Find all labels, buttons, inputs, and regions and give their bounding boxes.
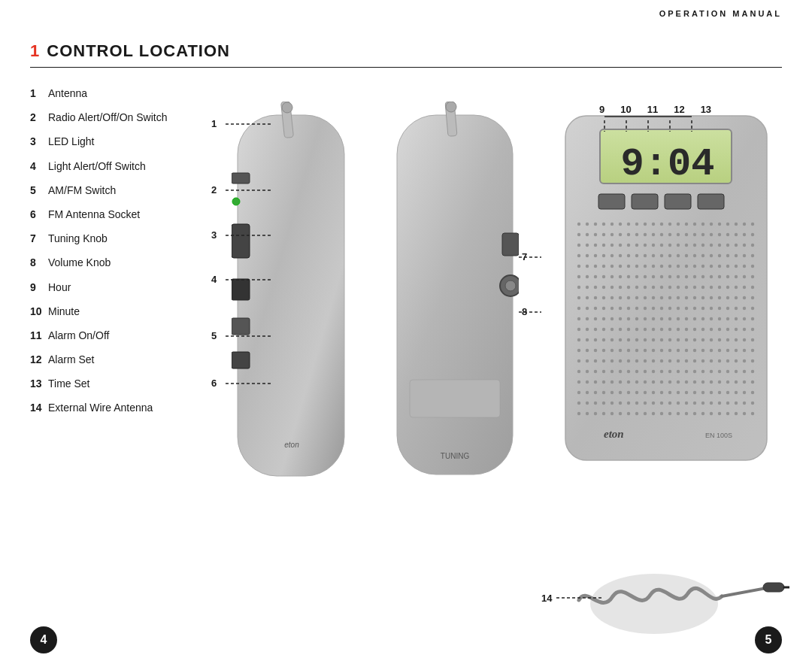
svg-point-410 — [668, 402, 671, 405]
svg-point-441 — [743, 412, 746, 415]
svg-point-288 — [751, 338, 754, 341]
svg-point-151 — [710, 275, 713, 278]
svg-point-231 — [644, 317, 647, 320]
svg-point-240 — [718, 317, 721, 320]
svg-point-173 — [710, 286, 713, 289]
svg-point-404 — [619, 402, 622, 405]
svg-point-211 — [660, 307, 663, 310]
svg-point-183 — [611, 296, 614, 299]
svg-point-398 — [751, 391, 754, 394]
svg-point-313 — [594, 359, 597, 362]
radio-left-image: eton — [232, 102, 350, 485]
svg-point-254 — [652, 328, 655, 331]
svg-rect-8 — [232, 352, 250, 368]
svg-point-322 — [668, 359, 671, 362]
svg-text:TUNING: TUNING — [441, 452, 470, 460]
svg-point-377 — [577, 391, 580, 394]
svg-point-222 — [751, 307, 754, 310]
svg-point-4 — [232, 198, 240, 205]
svg-point-49 — [594, 233, 597, 236]
svg-point-236 — [685, 317, 688, 320]
svg-point-91 — [577, 254, 580, 257]
svg-point-92 — [586, 254, 589, 257]
svg-point-351 — [726, 370, 729, 373]
radio-mid-image: TUNING — [391, 102, 519, 485]
svg-point-145 — [660, 275, 663, 278]
svg-point-45 — [743, 223, 746, 226]
svg-point-99 — [644, 254, 647, 257]
svg-point-74 — [619, 244, 622, 247]
svg-point-205 — [611, 307, 614, 310]
svg-point-307 — [726, 349, 729, 352]
svg-point-364 — [652, 381, 655, 384]
svg-point-440 — [735, 412, 738, 415]
svg-point-42 — [718, 223, 721, 226]
svg-point-61 — [693, 233, 696, 236]
svg-point-201 — [577, 307, 580, 310]
part-number-14: 14 — [30, 401, 48, 414]
svg-point-137 — [594, 275, 597, 278]
svg-point-252 — [635, 328, 638, 331]
svg-point-256 — [668, 328, 671, 331]
svg-point-181 — [594, 296, 597, 299]
svg-point-371 — [710, 381, 713, 384]
svg-point-251 — [627, 328, 630, 331]
svg-point-302 — [685, 349, 688, 352]
svg-point-274 — [635, 338, 638, 341]
marker-6: 6 — [211, 377, 217, 389]
svg-point-208 — [635, 307, 638, 310]
part-number-13: 13 — [30, 377, 48, 390]
svg-point-230 — [635, 317, 638, 320]
part-label-14: External Wire Antenna — [48, 401, 153, 414]
svg-point-135 — [577, 275, 580, 278]
parts-item-13: 13Time Set — [30, 377, 203, 390]
svg-point-203 — [594, 307, 597, 310]
svg-point-314 — [602, 359, 605, 362]
svg-point-253 — [644, 328, 647, 331]
svg-point-150 — [701, 275, 704, 278]
svg-point-215 — [693, 307, 696, 310]
svg-point-102 — [668, 254, 671, 257]
svg-point-291 — [594, 349, 597, 352]
svg-point-370 — [701, 381, 704, 384]
parts-item-14: 14External Wire Antenna — [30, 401, 203, 414]
svg-point-89 — [743, 244, 746, 247]
svg-point-100 — [652, 254, 655, 257]
svg-point-243 — [743, 317, 746, 320]
svg-point-262 — [718, 328, 721, 331]
svg-point-368 — [685, 381, 688, 384]
svg-point-387 — [660, 391, 663, 394]
svg-point-197 — [726, 296, 729, 299]
svg-point-29 — [611, 223, 614, 226]
parts-item-12: 12Alarm Set — [30, 353, 203, 366]
svg-point-260 — [701, 328, 704, 331]
svg-point-192 — [685, 296, 688, 299]
svg-point-118 — [619, 265, 622, 268]
svg-point-319 — [644, 359, 647, 362]
parts-list: 1Antenna2Radio Alert/Off/On Switch3LED L… — [30, 86, 203, 426]
svg-point-52 — [619, 233, 622, 236]
svg-point-221 — [743, 307, 746, 310]
svg-point-282 — [701, 338, 704, 341]
svg-point-115 — [594, 265, 597, 268]
svg-point-202 — [586, 307, 589, 310]
svg-point-184 — [619, 296, 622, 299]
part-number-9: 9 — [30, 280, 48, 294]
svg-point-71 — [594, 244, 597, 247]
svg-point-75 — [627, 244, 630, 247]
svg-point-188 — [652, 296, 655, 299]
part-label-7: Tuning Knob — [48, 232, 108, 245]
part-label-5: AM/FM Switch — [48, 183, 116, 197]
svg-point-403 — [611, 402, 614, 405]
svg-point-320 — [652, 359, 655, 362]
part-label-12: Alarm Set — [48, 353, 94, 366]
svg-point-105 — [693, 254, 696, 257]
svg-point-26 — [586, 223, 589, 226]
part-number-10: 10 — [30, 305, 48, 318]
svg-point-378 — [586, 391, 589, 394]
svg-point-407 — [644, 402, 647, 405]
svg-point-155 — [743, 275, 746, 278]
svg-point-212 — [668, 307, 671, 310]
svg-point-217 — [710, 307, 713, 310]
svg-rect-6 — [232, 279, 250, 300]
